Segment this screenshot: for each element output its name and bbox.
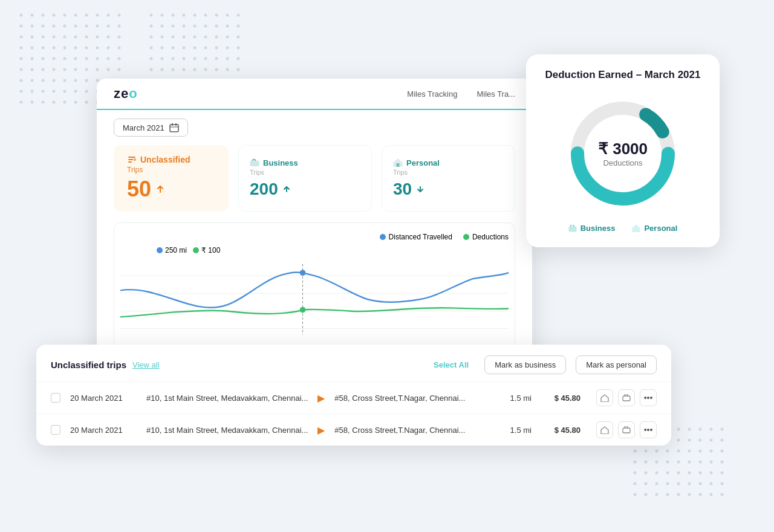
donut-center: ₹ 3000 Deductions (598, 140, 648, 167)
trip-home-button-1[interactable] (596, 389, 613, 406)
svg-point-133 (215, 36, 218, 39)
trip-more-button-1[interactable]: ••• (640, 389, 657, 406)
trip-arrow-1: ▶ (317, 392, 325, 404)
personal-trips-label: Trips (393, 169, 504, 176)
legend-dot-distance (380, 234, 386, 240)
svg-point-238 (666, 493, 669, 496)
unclassified-label: Unclassified (127, 155, 215, 164)
svg-point-225 (721, 472, 724, 475)
svg-point-57 (107, 47, 110, 50)
svg-point-71 (42, 68, 45, 71)
svg-point-110 (161, 14, 164, 17)
personal-count: 30 (393, 180, 504, 199)
svg-point-236 (645, 493, 648, 496)
svg-point-230 (677, 482, 680, 485)
svg-point-20 (31, 14, 34, 17)
svg-point-41 (42, 36, 45, 39)
donut-amount: ₹ 3000 (598, 140, 648, 158)
svg-point-222 (688, 472, 691, 475)
svg-point-29 (20, 25, 23, 28)
trip-more-button-2[interactable]: ••• (640, 421, 657, 438)
svg-point-116 (226, 14, 229, 17)
svg-point-229 (666, 482, 669, 485)
chart-tooltip: 250 mi ₹ 100 (157, 246, 509, 255)
tooltip-deductions: ₹ 100 (193, 246, 220, 255)
legend-business: Business (568, 224, 616, 233)
svg-point-105 (85, 101, 88, 104)
stats-row: Unclassified Trips 50 Business Trips (97, 145, 532, 222)
svg-point-228 (655, 482, 659, 485)
svg-point-111 (172, 14, 175, 17)
svg-point-139 (183, 47, 186, 50)
svg-point-76 (96, 68, 99, 71)
unclassified-count: 50 (127, 177, 215, 202)
trip-amount-1: $ 45.80 (541, 394, 580, 403)
svg-point-70 (31, 68, 34, 71)
svg-point-224 (710, 472, 713, 475)
svg-point-218 (645, 472, 648, 475)
svg-point-146 (161, 57, 164, 60)
svg-point-152 (226, 57, 229, 60)
svg-point-68 (118, 57, 121, 60)
personal-label: Personal (393, 158, 504, 167)
nav-miles-tracking2[interactable]: Miles Tra... (476, 89, 515, 99)
select-all-button[interactable]: Select All (434, 360, 469, 369)
svg-point-221 (677, 472, 680, 475)
svg-rect-17 (623, 396, 630, 401)
svg-rect-0 (170, 125, 178, 132)
svg-point-99 (20, 101, 23, 104)
svg-point-56 (96, 47, 99, 50)
svg-point-66 (96, 57, 99, 60)
svg-point-95 (85, 90, 88, 93)
svg-point-159 (204, 68, 207, 71)
svg-point-147 (172, 57, 175, 60)
svg-point-162 (237, 68, 240, 71)
svg-point-226 (634, 482, 637, 485)
svg-rect-5 (397, 163, 400, 167)
svg-point-219 (655, 472, 659, 475)
svg-point-60 (31, 57, 34, 60)
trip-briefcase-button-2[interactable] (618, 421, 635, 438)
trip-home-button-2[interactable] (596, 421, 613, 438)
svg-point-59 (20, 57, 23, 60)
svg-point-140 (194, 47, 197, 50)
briefcase-trip-icon-1 (622, 394, 631, 401)
svg-point-109 (150, 14, 153, 17)
view-all-link[interactable]: View all (132, 360, 160, 369)
svg-point-91 (42, 90, 45, 93)
unclassified-stat-card: Unclassified Trips 50 (114, 145, 229, 212)
svg-point-211 (666, 461, 669, 464)
svg-point-102 (53, 101, 56, 104)
svg-point-25 (85, 14, 88, 17)
svg-point-78 (118, 68, 121, 71)
svg-point-121 (183, 25, 186, 28)
svg-point-207 (721, 450, 724, 453)
calendar-icon (169, 123, 179, 132)
trips-title: Unclassified trips (51, 360, 126, 370)
svg-point-185 (677, 428, 680, 431)
home-legend-icon (632, 224, 640, 232)
trips-table-card: Unclassified trips View all Select All M… (36, 345, 671, 446)
svg-point-233 (710, 482, 713, 485)
trip-checkbox-2[interactable] (51, 425, 60, 435)
svg-rect-4 (250, 161, 259, 166)
svg-point-65 (85, 57, 88, 60)
svg-point-239 (677, 493, 680, 496)
trip-briefcase-button-1[interactable] (618, 389, 635, 406)
svg-point-79 (20, 79, 23, 82)
svg-point-47 (107, 36, 110, 39)
trip-checkbox-1[interactable] (51, 393, 60, 403)
svg-point-11 (300, 270, 306, 276)
business-label: Business (250, 158, 360, 167)
svg-point-201 (655, 450, 659, 453)
date-filter-button[interactable]: March 2021 (114, 118, 188, 137)
mark-personal-button[interactable]: Mark as personal (576, 355, 657, 374)
nav-miles-tracking[interactable]: Miles Tracking (407, 89, 457, 99)
mark-business-button[interactable]: Mark as business (484, 355, 566, 374)
svg-point-67 (107, 57, 110, 60)
navbar: zeo Miles Tracking Miles Tra... (97, 79, 532, 110)
svg-point-75 (85, 68, 88, 71)
trip-amount-2: $ 45.80 (541, 426, 580, 435)
svg-point-198 (721, 439, 724, 442)
trip-from-2: #10, 1st Main Street, Medavakkam, Chenna… (146, 426, 308, 435)
